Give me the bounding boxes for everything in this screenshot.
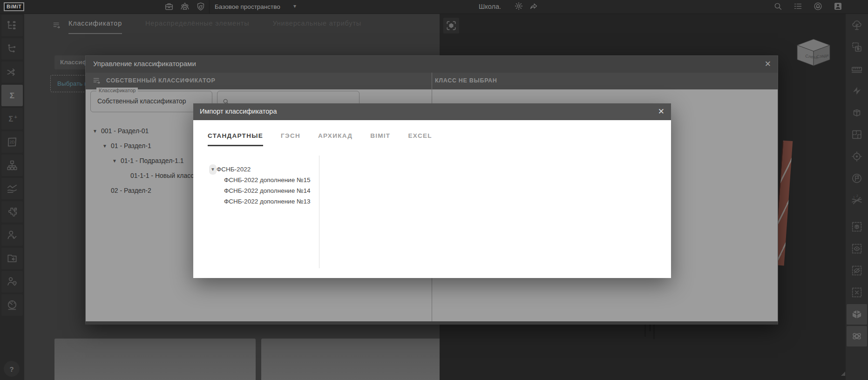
panel-menu-icon[interactable] [52,20,61,30]
eye-box-icon [851,243,863,255]
tool-box-wire[interactable] [847,102,867,123]
svg-text:2D: 2D [9,140,14,144]
tool-gauge[interactable] [1,294,23,316]
tool-sigma-plus[interactable]: Σ+ [1,108,23,129]
tool-eye-box[interactable] [847,238,867,259]
import-tab[interactable]: BIMIT [370,132,390,146]
workspace-select[interactable]: Базовое пространство [215,3,280,10]
tool-puzzle[interactable] [1,201,23,223]
panel-tab[interactable]: Универсальные атрибуты [272,20,361,34]
tool-ruler[interactable] [847,59,867,79]
team-icon[interactable] [180,1,190,12]
model-fragment [649,325,651,331]
left-toolbar: ΣΣ+2D [0,14,24,380]
gear-icon[interactable] [514,1,523,11]
tool-frames-overlap[interactable] [847,37,867,57]
list-menu-icon[interactable] [793,1,803,11]
right-toolbar: 12 [846,14,868,380]
panel-tab[interactable]: Нераспределённые элементы [145,20,249,34]
tool-org-chart[interactable] [1,155,23,176]
project-title: Школа. [479,3,501,10]
briefcase-icon[interactable] [164,1,174,12]
tool-folder-import[interactable] [1,248,23,269]
tool-trend-lines[interactable] [1,178,23,199]
model-fragment [653,325,655,339]
panel-tab[interactable]: Классификатор [68,20,122,34]
class-not-selected-header: КЛАСС НЕ ВЫБРАН [435,77,497,84]
import-tab[interactable]: АРХИКАД [318,132,353,146]
expand-arrow-icon[interactable]: ▼ [93,129,101,134]
sigma-icon: Σ [6,89,18,102]
tool-sheet-2d[interactable]: 2D [1,131,23,153]
tool-floor-plan[interactable] [847,124,867,145]
import-dialog-close-button[interactable]: ✕ [658,107,665,116]
help-button[interactable]: ? [4,361,20,377]
sheet-2d-icon: 2D [6,136,18,148]
tool-x-box[interactable] [847,282,867,303]
sigma-plus-icon: Σ+ [6,113,18,125]
topbar-left-icons [164,1,206,12]
classifier-panel-tabs: КлассификаторНераспределённые элементыУн… [68,20,361,34]
shield-sync-icon[interactable] [196,1,206,12]
expand-arrow-icon[interactable]: ▼ [209,164,217,175]
import-tab[interactable]: СТАНДАРТНЫЕ [208,132,263,146]
user-square-icon[interactable] [833,1,843,11]
tree-row[interactable]: ▼ ФСНБ-2022 [193,164,318,175]
tree-row[interactable]: ▼ ФСНБ-2022 дополнение №14 [193,185,318,196]
tool-structure-tree[interactable] [1,15,23,36]
tool-eye-off-box[interactable] [847,260,867,281]
tool-axes-12[interactable]: 12 [847,190,867,210]
tree-row[interactable]: ▼ ФСНБ-2022 дополнение №13 [193,196,318,207]
tool-person-pin[interactable] [1,271,23,292]
import-dialog-title: Импорт классификатора [200,108,277,115]
tool-branch-nodes[interactable] [1,38,23,60]
tool-shuffle[interactable] [1,61,23,83]
gauge-icon [6,299,18,311]
tool-target[interactable] [847,146,867,167]
svg-text:Σ: Σ [8,115,13,123]
tool-orbit[interactable] [847,326,867,346]
section-plane-icon [851,85,863,97]
svg-text:1: 1 [853,196,855,199]
puzzle-icon [6,206,18,218]
chevron-down-icon[interactable]: ▾ [293,3,296,9]
axes-12-icon: 12 [851,194,863,206]
navigation-cube-icon: Слева Сзади [794,36,833,66]
frames-overlap-icon [851,41,863,53]
svg-text:+: + [14,114,17,120]
expand-arrow-icon[interactable]: ▼ [112,158,121,163]
import-dialog-divider [319,156,319,268]
folder-import-icon [6,252,18,265]
tool-cube-solid[interactable] [847,304,867,325]
bell-icon[interactable] [813,1,823,11]
tool-flag[interactable] [847,168,867,189]
person-check-icon [6,229,18,241]
section-menu-icon[interactable] [92,76,102,85]
search-icon[interactable] [773,1,783,11]
own-classifier-header: СОБСТВЕННЫЙ КЛАССИФИКАТОР [106,77,215,84]
dashed-cube-icon [851,221,863,233]
resize-handle[interactable] [841,372,845,376]
focus-element-icon[interactable] [443,18,459,34]
tool-person-check[interactable] [1,224,23,246]
floor-plan-icon [851,129,863,141]
manage-dialog-title: Управление классификаторами [93,60,196,68]
import-classifier-dialog: Импорт классификатора ✕ СТАНДАРТНЫЕГЭСНА… [193,103,671,278]
navigation-cube[interactable]: Слева Сзади [794,36,833,66]
tool-nature-tree[interactable] [847,15,867,35]
bimit-logo: BiMiT [4,2,24,11]
tree-row[interactable]: ▼ ФСНБ-2022 дополнение №15 [193,175,318,185]
background-panel-left [54,339,256,380]
background-panel-right [261,339,459,380]
tool-section-plane[interactable] [847,81,867,101]
expand-arrow-icon[interactable]: ▼ [102,143,111,149]
ruler-icon [851,63,863,75]
share-icon[interactable] [529,1,538,11]
divider [209,0,210,14]
tool-dashed-cube[interactable] [847,217,867,237]
tool-sigma[interactable]: Σ [1,85,23,106]
import-tab[interactable]: ГЭСН [281,132,300,146]
manage-dialog-close-button[interactable]: ✕ [765,59,771,69]
import-tab[interactable]: EXCEL [408,132,432,146]
target-icon [851,150,863,163]
